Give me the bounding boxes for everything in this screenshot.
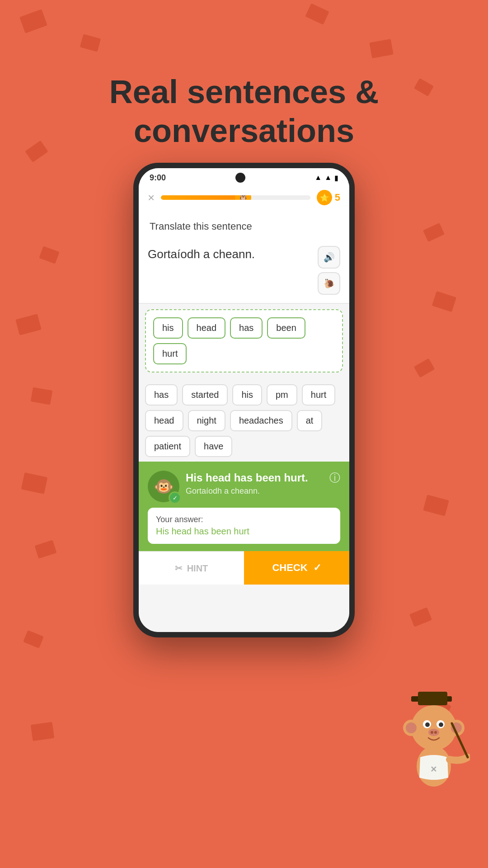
audio-normal-button[interactable]: 🔊 [318, 246, 340, 269]
status-bar: 9:00 ▲ ▲ ▮ [139, 168, 349, 185]
svg-point-9 [425, 722, 430, 727]
feedback-correct-answer: His head has been hurt. [186, 471, 323, 485]
audio-slow-button[interactable]: 🐌 [318, 272, 340, 295]
close-button[interactable]: × [148, 191, 155, 205]
bank-word-head[interactable]: head [145, 410, 183, 431]
check-button[interactable]: CHECK ✓ [244, 551, 349, 585]
selected-word-his[interactable]: his [153, 317, 183, 339]
svg-rect-1 [418, 692, 447, 705]
bank-word-his[interactable]: his [232, 384, 262, 406]
coin-area: ⭐ 5 [317, 190, 340, 205]
check-badge: ✓ [169, 491, 181, 504]
progress-track: 🦉 [161, 195, 310, 200]
decorative-monkey: ✕ [398, 687, 470, 787]
bank-word-night[interactable]: night [188, 410, 225, 431]
audio-buttons: 🔊 🐌 [318, 246, 340, 295]
main-content: Translate this sentence Gortaíodh a chea… [139, 212, 349, 632]
status-icons: ▲ ▲ ▮ [314, 174, 338, 182]
check-label: CHECK [272, 562, 307, 574]
bank-word-started[interactable]: started [182, 384, 228, 406]
bottom-buttons: ✂ HINT CHECK ✓ [139, 551, 349, 585]
bank-word-patient[interactable]: patient [145, 436, 190, 457]
info-icon[interactable]: ⓘ [329, 471, 340, 485]
coin-count: 5 [335, 192, 340, 203]
bank-word-hurt[interactable]: hurt [302, 384, 335, 406]
answer-text: His head has been hurt [156, 526, 332, 537]
answer-label: Your answer: [156, 515, 332, 524]
translate-prompt: Translate this sentence [139, 212, 349, 238]
coin-icon: ⭐ [317, 190, 332, 205]
monkey-avatar: 🐵 ✓ [148, 471, 179, 502]
svg-point-12 [431, 731, 433, 734]
feedback-text: His head has been hurt. Gortaíodh a chea… [186, 471, 323, 496]
bank-word-has[interactable]: has [145, 384, 178, 406]
monkey-avatar-container: 🐵 ✓ [148, 471, 179, 502]
phone-mockup: 9:00 ▲ ▲ ▮ × 🦉 ⭐ 5 Translate this senten… [133, 163, 355, 637]
bank-word-at[interactable]: at [297, 410, 323, 431]
battery-icon: ▮ [334, 174, 338, 182]
svg-point-13 [434, 731, 437, 734]
bank-word-have[interactable]: have [195, 436, 232, 457]
camera-notch [235, 173, 245, 183]
wifi-icon: ▲ [314, 174, 322, 182]
selected-word-hurt[interactable]: hurt [153, 343, 187, 364]
progress-fill [161, 195, 243, 200]
selected-word-been[interactable]: been [267, 317, 305, 339]
selected-word-has[interactable]: has [230, 317, 263, 339]
word-selection-area[interactable]: his head has been hurt [145, 309, 343, 373]
svg-point-5 [406, 722, 417, 733]
svg-text:✕: ✕ [430, 765, 437, 774]
feedback-area: 🐵 ✓ His head has been hurt. Gortaíodh a … [139, 462, 349, 551]
sentence-card: Gortaíodh a cheann. 🔊 🐌 [139, 238, 349, 304]
page-title: Real sentences & conversations [0, 72, 488, 151]
feedback-translation: Gortaíodh a cheann. [186, 486, 323, 496]
sentence-text: Gortaíodh a cheann. [148, 246, 312, 262]
hint-icon: ✂ [175, 563, 183, 574]
status-time: 9:00 [150, 173, 166, 183]
owl-icon: 🦉 [235, 195, 251, 200]
signal-icon: ▲ [324, 174, 332, 182]
bank-word-pm[interactable]: pm [267, 384, 297, 406]
checkmark-icon: ✓ [313, 562, 321, 574]
selected-word-head[interactable]: head [188, 317, 226, 339]
hint-label: HINT [187, 563, 208, 574]
progress-area: × 🦉 ⭐ 5 [139, 185, 349, 212]
bank-word-headaches[interactable]: headaches [230, 410, 292, 431]
answer-box: Your answer: His head has been hurt [148, 508, 340, 544]
svg-point-11 [428, 729, 439, 736]
svg-point-10 [439, 722, 443, 727]
hint-button[interactable]: ✂ HINT [139, 551, 244, 585]
word-bank: has started his pm hurt head night heada… [139, 378, 349, 462]
